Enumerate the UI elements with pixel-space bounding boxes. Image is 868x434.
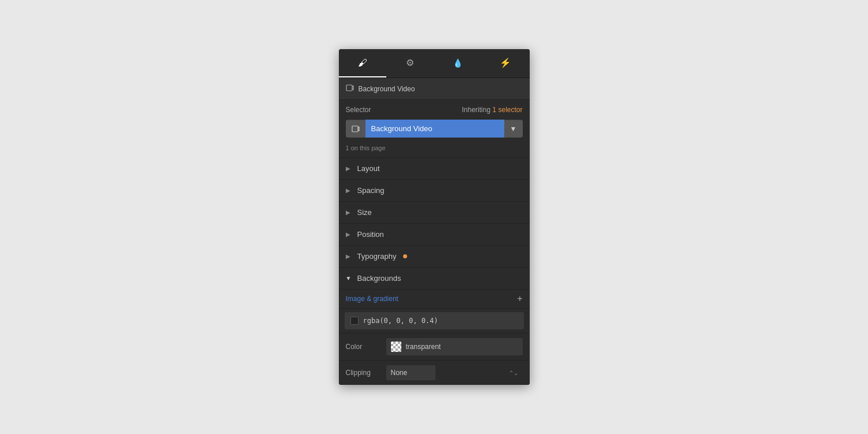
svg-rect-1 <box>352 126 358 132</box>
tab-droplets[interactable]: 💧 <box>434 49 482 77</box>
layout-label: Layout <box>357 164 380 173</box>
clipping-property-row: Clipping None Border Box Padding Box Con… <box>339 360 530 385</box>
accordion-spacing[interactable]: ▶ Spacing <box>339 179 530 201</box>
gear-icon: ⚙ <box>406 57 414 68</box>
bolt-icon: ⚡ <box>500 57 511 68</box>
svg-rect-0 <box>346 85 352 91</box>
tab-bolt[interactable]: ⚡ <box>482 49 530 77</box>
selector-icon-box <box>346 120 365 138</box>
rgba-value-text: rgba(0, 0, 0, 0.4) <box>363 317 438 325</box>
selector-dropdown[interactable]: Background Video ▼ <box>346 120 523 138</box>
rgba-color-swatch <box>350 317 359 325</box>
selector-label-text: Background Video <box>365 120 504 138</box>
clipping-label: Clipping <box>346 369 381 377</box>
rgba-color-row[interactable]: rgba(0, 0, 0, 0.4) <box>345 312 524 329</box>
position-label: Position <box>357 230 384 239</box>
inherit-info: Inheriting 1 selector <box>462 106 523 114</box>
tab-bar: 🖌 ⚙ 💧 ⚡ <box>339 49 530 78</box>
tab-brush[interactable]: 🖌 <box>339 49 387 77</box>
droplets-icon: 💧 <box>453 58 463 68</box>
typography-label: Typography <box>357 252 397 261</box>
color-property-row: Color transparent <box>339 333 530 360</box>
selector-label: Selector <box>346 106 371 114</box>
header-title: Background Video <box>359 85 415 93</box>
accordion-typography[interactable]: ▶ Typography <box>339 245 530 267</box>
style-panel: 🖌 ⚙ 💧 ⚡ Background Video Selector Inheri… <box>339 49 530 385</box>
backgrounds-arrow-icon: ▼ <box>346 275 353 281</box>
inherit-count: 1 <box>492 106 496 114</box>
accordion-size[interactable]: ▶ Size <box>339 201 530 223</box>
transparent-color-swatch <box>391 342 401 352</box>
accordion-layout[interactable]: ▶ Layout <box>339 157 530 179</box>
add-gradient-button[interactable]: + <box>517 294 522 303</box>
accordion-position[interactable]: ▶ Position <box>339 223 530 245</box>
image-gradient-label[interactable]: Image & gradient <box>346 295 398 303</box>
brush-icon: 🖌 <box>358 58 367 68</box>
typography-modified-dot <box>403 254 407 258</box>
position-arrow-icon: ▶ <box>346 231 353 238</box>
color-input[interactable]: transparent <box>386 338 523 355</box>
layout-arrow-icon: ▶ <box>346 165 353 172</box>
selector-chevron: ▼ <box>504 120 523 138</box>
color-label: Color <box>346 343 381 351</box>
color-value: transparent <box>406 343 441 351</box>
inherit-text: Inheriting <box>462 106 490 114</box>
clipping-select-wrapper: None Border Box Padding Box Content Box … <box>386 365 523 380</box>
tab-gear[interactable]: ⚙ <box>386 49 434 77</box>
on-page-count: 1 on this page <box>339 142 530 157</box>
spacing-arrow-icon: ▶ <box>346 187 353 194</box>
image-gradient-bar: Image & gradient + <box>339 290 530 309</box>
spacing-label: Spacing <box>357 186 385 195</box>
size-arrow-icon: ▶ <box>346 209 353 216</box>
section-header: Background Video <box>339 78 530 100</box>
backgrounds-content: Image & gradient + rgba(0, 0, 0, 0.4) Co… <box>339 289 530 385</box>
background-video-icon <box>346 84 354 94</box>
inherit-link[interactable]: selector <box>498 106 522 114</box>
clipping-select[interactable]: None Border Box Padding Box Content Box … <box>386 365 435 380</box>
backgrounds-label: Backgrounds <box>357 274 401 283</box>
selector-row: Selector Inheriting 1 selector <box>339 100 530 117</box>
size-label: Size <box>357 208 372 217</box>
typography-arrow-icon: ▶ <box>346 253 353 259</box>
accordion-backgrounds[interactable]: ▼ Backgrounds <box>339 267 530 289</box>
